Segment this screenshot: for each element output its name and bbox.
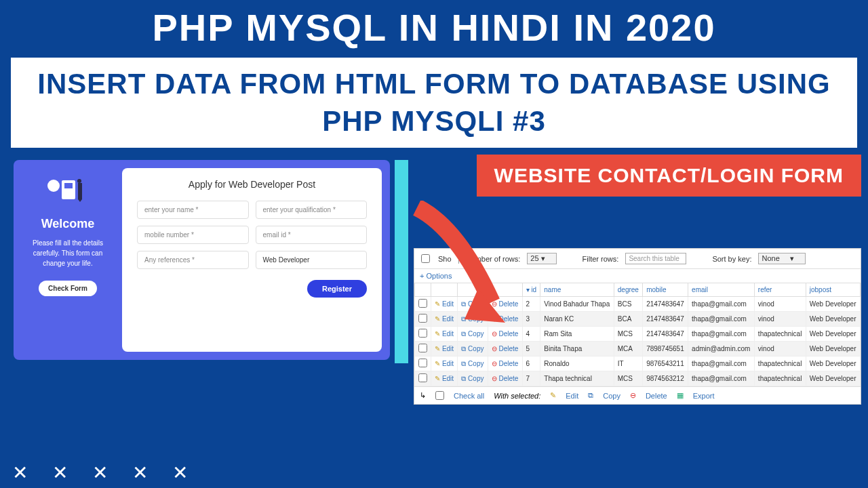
role-input[interactable]: Web Developer [256, 251, 368, 269]
cell-jobpost: Web Developer [806, 312, 860, 327]
cell-id: 6 [522, 357, 540, 371]
delete-icon: ⊖ [630, 391, 636, 400]
svg-point-3 [77, 179, 81, 183]
callout-banner: WEBSITE CONTACT/LOGIN FORM [477, 155, 861, 197]
edit-link[interactable]: Edit [442, 345, 454, 352]
col-refer[interactable]: refer [754, 283, 806, 297]
table-row: ✎ Edit⧉ Copy⊖ Delete7Thapa technicalMCS9… [415, 371, 861, 386]
edit-link[interactable]: Edit [442, 360, 454, 367]
copy-link[interactable]: Copy [468, 360, 484, 367]
name-input[interactable]: enter your name * [137, 201, 249, 219]
cell-jobpost: Web Developer [806, 371, 860, 386]
cell-degree: MCS [614, 327, 642, 342]
copy-link[interactable]: Copy [468, 345, 484, 352]
form-fields-panel: Apply for Web Developer Post enter your … [122, 168, 382, 352]
db-footer: ↳ Check all With selected: ✎Edit ⧉Copy ⊖… [414, 386, 861, 404]
cell-degree: IT [614, 357, 642, 371]
form-welcome-panel: Welcome Please fill all the details care… [14, 160, 122, 360]
pencil-icon: ✎ [435, 360, 440, 367]
cell-mobile: 2147483647 [643, 327, 688, 342]
checkall-label[interactable]: Check all [454, 392, 484, 400]
sort-label: Sort by key: [712, 255, 751, 263]
cell-degree: BCA [614, 312, 642, 327]
cell-name: Ram Sita [540, 327, 614, 342]
delete-icon: ⊖ [492, 345, 497, 352]
row-checkbox[interactable] [418, 359, 427, 367]
decorative-x-row: ✕ ✕ ✕ ✕ ✕ [12, 462, 188, 484]
pencil-icon: ✎ [550, 391, 556, 400]
delete-link[interactable]: Delete [498, 375, 518, 382]
delete-link[interactable]: Delete [498, 345, 518, 352]
cell-jobpost: Web Developer [806, 357, 860, 371]
edit-link[interactable]: Edit [442, 375, 454, 382]
qualification-input[interactable]: enter your qualification * [256, 201, 368, 219]
cell-email: admin@admin.com [688, 342, 755, 357]
page-main-title: PHP MYSQL IN HINDI IN 2020 [0, 0, 868, 58]
footer-delete-button[interactable]: Delete [646, 392, 667, 400]
footer-edit-button[interactable]: Edit [566, 392, 578, 400]
checkall-checkbox[interactable] [435, 391, 444, 400]
col-degree[interactable]: degree [614, 283, 642, 297]
cell-refer: vinod [754, 312, 806, 327]
filter-label: Filter rows: [583, 255, 619, 263]
svg-rect-2 [64, 183, 73, 188]
mobile-input[interactable]: mobile number * [137, 226, 249, 244]
cell-name: Vinod Bahadur Thapa [540, 297, 614, 312]
welcome-intro-text: Please fill all the details carefully. T… [22, 238, 114, 268]
x-icon: ✕ [172, 462, 188, 484]
copy-icon: ⧉ [461, 375, 466, 382]
pencil-icon: ✎ [435, 345, 440, 352]
copy-icon: ⧉ [588, 391, 593, 400]
cell-email: thapa@gmail.com [688, 312, 755, 327]
cell-mobile: 7898745651 [643, 342, 688, 357]
delete-icon: ⊖ [492, 360, 497, 367]
cell-refer: thapatechnical [754, 327, 806, 342]
cell-name: Naran KC [540, 312, 614, 327]
form-title: Apply for Web Developer Post [137, 179, 367, 190]
sort-select[interactable]: None ▾ [758, 253, 806, 264]
delete-icon: ⊖ [492, 375, 497, 382]
table-row: ✎ Edit⧉ Copy⊖ Delete5Binita ThapaMCA7898… [415, 342, 861, 357]
welcome-illustration-icon [44, 176, 92, 210]
cell-mobile: 9876543211 [643, 357, 688, 371]
welcome-heading: Welcome [22, 217, 114, 231]
x-icon: ✕ [52, 462, 68, 484]
copy-icon: ⧉ [461, 345, 466, 352]
export-icon: ▦ [677, 391, 684, 400]
select-arrow-icon: ↳ [420, 391, 426, 400]
row-checkbox[interactable] [418, 344, 427, 352]
cell-mobile: 2147483647 [643, 312, 688, 327]
cell-refer: thapatechnical [754, 357, 806, 371]
cell-email: thapa@gmail.com [688, 297, 755, 312]
copy-link[interactable]: Copy [468, 375, 484, 382]
rows-select[interactable]: 25 ▾ [527, 253, 556, 264]
cell-name: Ronaldo [540, 357, 614, 371]
cell-mobile: 9874563212 [643, 371, 688, 386]
cell-degree: MCS [614, 371, 642, 386]
svg-point-0 [47, 180, 60, 192]
col-jobpost[interactable]: jobpost [806, 283, 860, 297]
check-form-button[interactable]: Check Form [39, 281, 97, 296]
cell-refer: vinod [754, 297, 806, 312]
delete-link[interactable]: Delete [498, 360, 518, 367]
register-button[interactable]: Register [307, 280, 367, 298]
references-input[interactable]: Any references * [137, 251, 249, 269]
email-input[interactable]: email id * [256, 226, 368, 244]
subtitle-box: INSERT DATA FROM HTML FORM TO DATABASE U… [11, 58, 857, 148]
col-email[interactable]: email [688, 283, 755, 297]
cell-degree: BCS [614, 297, 642, 312]
cell-name: Binita Thapa [540, 342, 614, 357]
footer-copy-button[interactable]: Copy [603, 392, 620, 400]
col-mobile[interactable]: mobile [643, 283, 688, 297]
filter-input[interactable]: Search this table [625, 253, 686, 264]
footer-export-button[interactable]: Export [693, 392, 715, 400]
cell-jobpost: Web Developer [806, 342, 860, 357]
cell-jobpost: Web Developer [806, 327, 860, 342]
col-name[interactable]: name [540, 283, 614, 297]
cell-refer: vinod [754, 342, 806, 357]
page-subtitle: INSERT DATA FROM HTML FORM TO DATABASE U… [24, 66, 844, 140]
cell-degree: MCA [614, 342, 642, 357]
x-icon: ✕ [92, 462, 108, 484]
arrow-icon [403, 201, 526, 336]
row-checkbox[interactable] [418, 373, 427, 382]
